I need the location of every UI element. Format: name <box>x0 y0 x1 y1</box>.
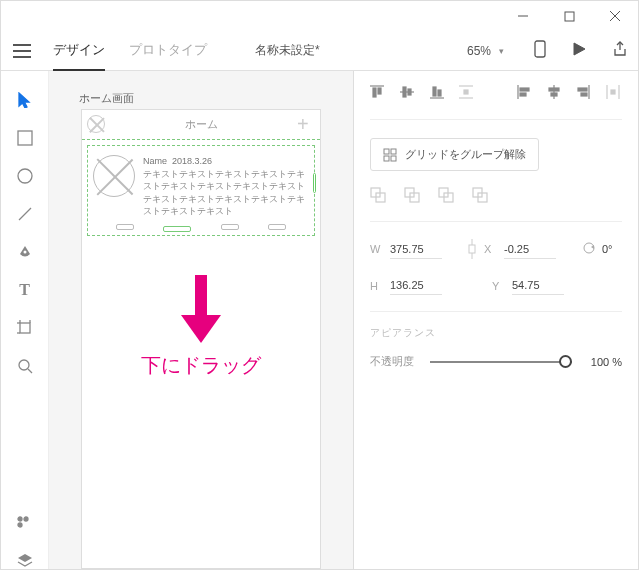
properties-panel: グリッドをグループ解除 W 375.75 X -0.25 0° <box>353 71 638 569</box>
ungroup-grid-button[interactable]: グリッドをグループ解除 <box>370 138 539 171</box>
align-bottom-icon[interactable] <box>430 85 446 101</box>
opacity-value[interactable]: 100 % <box>582 356 622 368</box>
drag-hint-label: 下にドラッグ <box>141 352 261 379</box>
line-tool-icon[interactable] <box>16 205 34 223</box>
card-body-text: テキストテキストテキストテキストテキストテキストテキストテキストテキストテキスト… <box>143 168 309 218</box>
play-icon[interactable] <box>572 42 586 59</box>
svg-marker-24 <box>18 554 32 562</box>
align-row <box>370 85 622 120</box>
zoom-value: 65% <box>467 44 491 58</box>
mode-tabs: デザイン プロトタイプ <box>53 31 207 71</box>
svg-point-21 <box>18 517 22 521</box>
x-input[interactable]: -0.25 <box>504 240 556 259</box>
select-tool-icon[interactable] <box>16 91 34 109</box>
tab-prototype[interactable]: プロトタイプ <box>129 31 207 71</box>
svg-rect-63 <box>469 245 475 253</box>
width-label: W <box>370 243 384 255</box>
align-left-icon[interactable] <box>517 85 533 101</box>
svg-point-11 <box>18 169 32 183</box>
artboard-tool-icon[interactable] <box>16 319 34 337</box>
height-label: H <box>370 280 384 292</box>
svg-rect-47 <box>581 93 587 96</box>
tool-sidebar: T <box>1 71 49 569</box>
svg-point-22 <box>24 517 28 521</box>
canvas[interactable]: ホーム画面 ホーム + Name 2018.3.26 テキストテキストテキストテ… <box>49 71 353 569</box>
chevron-down-icon: ▾ <box>499 46 504 56</box>
svg-marker-8 <box>574 43 585 55</box>
grid-icon <box>383 148 397 162</box>
resize-handle-bottom[interactable] <box>163 226 191 232</box>
zoom-select[interactable]: 65% ▾ <box>467 44 504 58</box>
assets-icon[interactable] <box>16 513 34 531</box>
svg-rect-54 <box>391 156 396 161</box>
zoom-tool-icon[interactable] <box>16 357 34 375</box>
svg-rect-28 <box>373 88 376 97</box>
menu-icon[interactable] <box>11 44 33 58</box>
svg-rect-7 <box>535 41 545 57</box>
repeat-grid-selection[interactable]: Name 2018.3.26 テキストテキストテキストテキストテキストテキストテ… <box>87 145 315 236</box>
window-titlebar <box>1 1 638 31</box>
svg-rect-40 <box>520 88 529 91</box>
svg-rect-52 <box>391 149 396 154</box>
rotation-input[interactable]: 0° <box>602 240 630 258</box>
window-maximize[interactable] <box>546 1 592 31</box>
distribute-v-icon <box>459 85 475 101</box>
opacity-slider-knob[interactable] <box>559 355 572 368</box>
svg-rect-35 <box>438 90 441 96</box>
tab-design[interactable]: デザイン <box>53 31 105 71</box>
list-item: Name 2018.3.26 テキストテキストテキストテキストテキストテキストテ… <box>93 151 309 222</box>
drag-hint: 下にドラッグ <box>82 275 320 379</box>
height-input[interactable]: 136.25 <box>390 276 442 295</box>
svg-rect-46 <box>578 88 587 91</box>
svg-rect-29 <box>378 88 381 94</box>
pathop-intersect-icon <box>438 187 454 203</box>
artboard-title: ホーム <box>185 117 218 132</box>
text-tool-icon[interactable]: T <box>16 281 34 299</box>
y-input[interactable]: 54.75 <box>512 276 564 295</box>
svg-rect-14 <box>20 323 30 333</box>
svg-line-20 <box>28 369 32 373</box>
align-vcenter-icon[interactable] <box>400 85 416 101</box>
svg-rect-50 <box>611 90 615 94</box>
pathop-exclude-icon <box>472 187 488 203</box>
svg-marker-9 <box>19 93 29 108</box>
x-label: X <box>484 243 498 255</box>
card-name: Name <box>143 156 167 166</box>
svg-point-19 <box>19 360 29 370</box>
svg-rect-1 <box>565 12 574 21</box>
close-circle-icon <box>87 115 105 133</box>
rectangle-tool-icon[interactable] <box>16 129 34 147</box>
rotate-icon[interactable] <box>582 241 596 257</box>
artboard[interactable]: ホーム + Name 2018.3.26 テキストテキストテキストテキストテキス… <box>81 109 321 569</box>
width-input[interactable]: 375.75 <box>390 240 442 259</box>
window-minimize[interactable] <box>500 1 546 31</box>
path-ops-row <box>370 187 622 203</box>
lock-aspect-icon[interactable] <box>468 236 476 262</box>
share-icon[interactable] <box>612 41 628 60</box>
pathop-subtract-icon <box>404 187 420 203</box>
pen-tool-icon[interactable] <box>16 243 34 261</box>
resize-handle-right[interactable] <box>313 173 316 193</box>
svg-rect-38 <box>464 90 468 94</box>
opacity-slider[interactable] <box>430 361 572 363</box>
ellipse-tool-icon[interactable] <box>16 167 34 185</box>
repeat-grid-bottom-handles <box>93 222 309 230</box>
pathop-union-icon <box>370 187 386 203</box>
artboard-header: ホーム + <box>82 110 320 140</box>
svg-line-12 <box>19 208 31 220</box>
svg-marker-26 <box>181 315 221 343</box>
align-hcenter-icon[interactable] <box>547 85 563 101</box>
distribute-h-icon <box>606 85 622 101</box>
artboard-name[interactable]: ホーム画面 <box>79 91 134 106</box>
svg-marker-65 <box>591 245 594 249</box>
device-preview-icon[interactable] <box>534 40 546 61</box>
y-label: Y <box>492 280 506 292</box>
svg-rect-25 <box>195 275 207 317</box>
layers-icon[interactable] <box>16 551 34 569</box>
app-header: デザイン プロトタイプ 名称未設定* 65% ▾ <box>1 31 638 71</box>
svg-rect-53 <box>384 156 389 161</box>
align-top-icon[interactable] <box>370 85 386 101</box>
appearance-title: アピアランス <box>370 326 622 340</box>
window-close[interactable] <box>592 1 638 31</box>
align-right-icon[interactable] <box>576 85 592 101</box>
